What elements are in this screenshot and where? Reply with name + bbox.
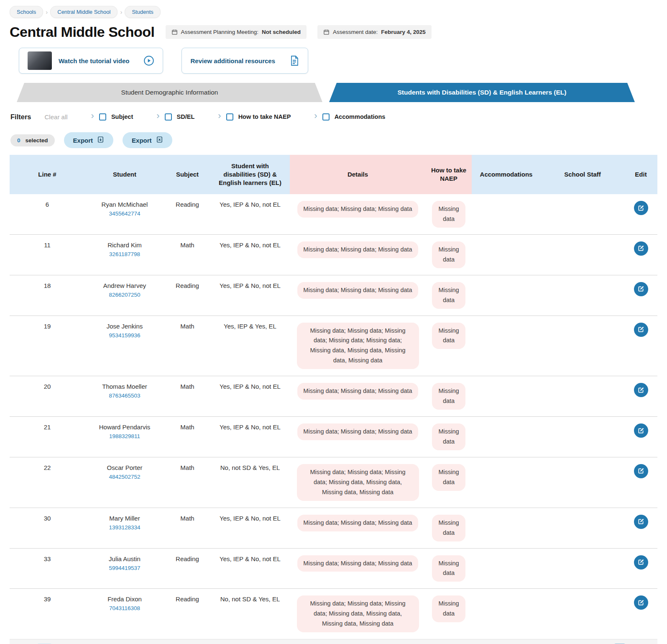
missing-data-pill: Missing data xyxy=(432,383,465,410)
accommodations-filter-checkbox[interactable] xyxy=(322,113,330,121)
edit-button[interactable] xyxy=(634,515,648,529)
edit-button[interactable] xyxy=(634,595,648,610)
student-cell: Howard Pendarvis1988329811 xyxy=(85,417,164,457)
breadcrumb-item-students[interactable]: Students xyxy=(125,6,160,18)
filter-label[interactable]: Accommodations xyxy=(335,113,386,120)
tutorial-video-card[interactable]: Watch the tutorial video xyxy=(19,48,163,74)
school-staff-cell xyxy=(541,194,624,234)
how-to-take-naep-cell: Missing data xyxy=(426,376,472,416)
edit-button[interactable] xyxy=(634,464,648,478)
student-id-link[interactable]: 5994419537 xyxy=(109,565,140,571)
student-id-link[interactable]: 7043116308 xyxy=(109,605,140,611)
student-name: Oscar Porter xyxy=(107,464,142,471)
edit-cell xyxy=(624,376,657,416)
details-cell: Missing data; Missing data; Missing data… xyxy=(290,589,426,639)
school-staff-cell xyxy=(541,589,624,639)
column-header-naep: How to take NAEP xyxy=(426,155,472,194)
sdel-filter-checkbox[interactable] xyxy=(165,113,172,121)
edit-cell xyxy=(624,549,657,589)
accommodations-cell xyxy=(472,316,541,376)
line-number-cell: 20 xyxy=(10,376,85,416)
pdf-file-icon xyxy=(97,136,104,144)
edit-button[interactable] xyxy=(634,282,648,296)
play-icon[interactable] xyxy=(143,55,154,66)
student-id-link[interactable]: 9534159936 xyxy=(109,332,140,339)
missing-data-pill: Missing data xyxy=(432,423,465,450)
school-staff-cell xyxy=(541,457,624,508)
accommodations-cell xyxy=(472,235,541,275)
chevron-right-icon[interactable]: › xyxy=(156,111,159,121)
additional-resources-card[interactable]: Review additional resources xyxy=(181,48,308,74)
column-header-accommodations: Accommodations xyxy=(472,155,541,194)
badge-value: Not scheduled xyxy=(262,29,301,35)
how-to-take-naep-cell: Missing data xyxy=(426,275,472,316)
filter-label[interactable]: SD/EL xyxy=(177,113,195,120)
badge-label: Assessment Planning Meeting: xyxy=(181,29,258,35)
details-cell: Missing data; Missing data; Missing data xyxy=(290,235,426,275)
filter-label[interactable]: Subject xyxy=(111,113,133,120)
sd-el-cell: No, not SD & Yes, EL xyxy=(210,589,290,639)
student-name: Jose Jenkins xyxy=(107,323,143,330)
accommodations-cell xyxy=(472,508,541,548)
tab-sd-el[interactable]: Students with Disabilities (SD) & Englis… xyxy=(329,83,635,102)
missing-data-pill: Missing data xyxy=(432,201,465,228)
missing-data-pill: Missing data; Missing data; Missing data… xyxy=(297,464,419,501)
chevron-right-icon[interactable]: › xyxy=(314,111,317,121)
naep-filter-checkbox[interactable] xyxy=(226,113,233,121)
column-header-subject: Subject xyxy=(164,155,210,194)
details-cell: Missing data; Missing data; Missing data… xyxy=(290,457,426,508)
student-id-link[interactable]: 1393128334 xyxy=(109,524,140,531)
table-row: 20Thomas Moeller8763465503MathYes, IEP &… xyxy=(10,376,657,416)
details-cell: Missing data; Missing data; Missing data xyxy=(290,417,426,457)
how-to-take-naep-cell: Missing data xyxy=(426,194,472,234)
edit-button[interactable] xyxy=(634,383,648,397)
student-cell: Andrew Harvey8266207250 xyxy=(85,275,164,316)
subject-filter-checkbox[interactable] xyxy=(99,113,106,121)
column-header-details: Details xyxy=(290,155,426,194)
chevron-right-icon[interactable]: › xyxy=(91,111,94,121)
student-id-link[interactable]: 3455642774 xyxy=(109,210,140,217)
chevron-right-icon[interactable]: › xyxy=(218,111,221,121)
tab-bar: Student Demographic Information Students… xyxy=(17,83,635,102)
sd-el-cell: Yes, IEP & Yes, EL xyxy=(210,316,290,376)
calendar-icon xyxy=(323,29,330,35)
student-cell: Oscar Porter4842502752 xyxy=(85,457,164,508)
student-id-link[interactable]: 8763465503 xyxy=(109,393,140,399)
edit-button[interactable] xyxy=(634,423,648,438)
edit-button[interactable] xyxy=(634,555,648,570)
student-name: Julia Austin xyxy=(109,555,141,562)
export-pdf-button[interactable]: Export xyxy=(64,132,114,148)
edit-button[interactable] xyxy=(634,241,648,256)
filter-label[interactable]: How to take NAEP xyxy=(238,113,291,120)
table-row: 39Freda Dixon7043116308ReadingNo, not SD… xyxy=(10,588,657,639)
student-id-link[interactable]: 1988329811 xyxy=(109,433,140,439)
missing-data-pill: Missing data xyxy=(432,595,465,622)
breadcrumb-item-schools[interactable]: Schools xyxy=(10,6,43,18)
edit-cell xyxy=(624,417,657,457)
edit-cell xyxy=(624,275,657,316)
planning-meeting-badge: Assessment Planning Meeting: Not schedul… xyxy=(166,25,307,39)
assessment-date-badge: Assessment date: February 4, 2025 xyxy=(317,25,432,39)
how-to-take-naep-cell: Missing data xyxy=(426,589,472,639)
how-to-take-naep-cell: Missing data xyxy=(426,457,472,508)
student-id-link[interactable]: 3261187798 xyxy=(109,251,140,257)
edit-button[interactable] xyxy=(634,201,648,215)
table-row: 33Julia Austin5994419537ReadingYes, IEP … xyxy=(10,548,657,589)
sd-el-cell: Yes, IEP & No, not EL xyxy=(210,549,290,589)
student-id-link[interactable]: 8266207250 xyxy=(109,292,140,298)
missing-data-pill: Missing data; Missing data; Missing data… xyxy=(297,595,419,632)
school-staff-cell xyxy=(541,316,624,376)
edit-button[interactable] xyxy=(634,323,648,337)
line-number-cell: 19 xyxy=(10,316,85,376)
tab-demographic-information[interactable]: Student Demographic Information xyxy=(17,83,322,102)
subject-cell: Math xyxy=(164,508,210,548)
details-cell: Missing data; Missing data; Missing data xyxy=(290,275,426,316)
student-id-link[interactable]: 4842502752 xyxy=(109,474,140,480)
export-excel-button[interactable]: Export xyxy=(123,132,172,148)
how-to-take-naep-cell: Missing data xyxy=(426,508,472,548)
how-to-take-naep-cell: Missing data xyxy=(426,316,472,376)
breadcrumb-item-school[interactable]: Central Middle School xyxy=(50,6,118,18)
clear-all-button[interactable]: Clear all xyxy=(45,113,68,121)
student-name: Howard Pendarvis xyxy=(99,423,151,431)
student-cell: Ryan McMichael3455642774 xyxy=(85,194,164,234)
